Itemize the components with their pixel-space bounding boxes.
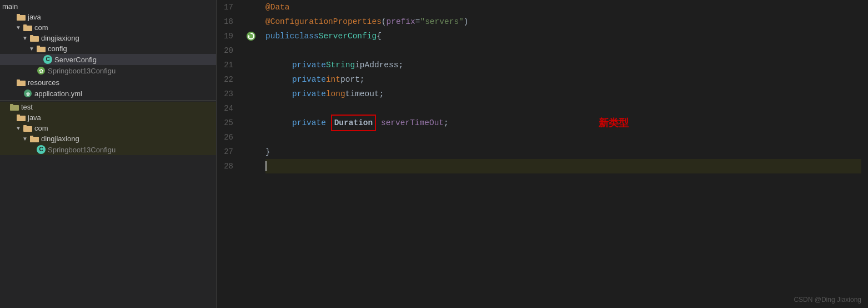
sidebar-item-test-java[interactable]: java: [0, 112, 216, 123]
folder-icon: [23, 125, 32, 132]
svg-rect-2: [17, 14, 20, 16]
code-editor: 17 18 19 20 21 22 23 24 25 26 27 28: [217, 0, 868, 308]
arrow-icon: [16, 125, 22, 132]
line-num-20: 20: [217, 43, 238, 58]
gutter-28: [243, 159, 259, 173]
sidebar-item-test[interactable]: test: [0, 102, 216, 112]
folder-icon: [17, 13, 26, 21]
svg-text:✿: ✿: [26, 92, 30, 97]
main-section-label: main: [0, 0, 216, 12]
svg-rect-4: [23, 24, 27, 26]
sidebar-item-label: ServerConfig: [54, 56, 97, 64]
folder-icon: [23, 24, 32, 31]
svg-rect-8: [37, 46, 40, 47]
folder-icon: [17, 79, 26, 86]
code-line-18: @ConfigurationProperties ( prefix = "ser…: [265, 14, 861, 29]
code-line-21: private String ipAddress;: [265, 58, 861, 72]
brace-close: }: [265, 145, 270, 159]
line-num-19: 19: [217, 29, 238, 43]
gutter-25: [243, 116, 259, 130]
sidebar-item-label: Springboot13Configu: [48, 146, 116, 154]
folder-icon: [17, 114, 26, 121]
gutter-20: [243, 43, 259, 58]
field-name: port;: [340, 72, 365, 87]
sidebar-item-label: config: [48, 44, 67, 53]
sidebar-item-label: java: [28, 113, 41, 122]
kw-class: class: [294, 29, 319, 43]
sidebar-item-config[interactable]: config: [0, 43, 216, 54]
cursor: [265, 161, 267, 171]
code-area: 17 18 19 20 21 22 23 24 25 26 27 28: [217, 0, 868, 308]
sidebar-item-resources[interactable]: resources: [0, 77, 216, 88]
svg-rect-5: [30, 36, 39, 42]
svg-rect-22: [30, 136, 33, 137]
sidebar-item-dingjiaxiong[interactable]: dingjiaxiong: [0, 33, 216, 43]
sidebar-item-application-yml[interactable]: ✿ application.yml: [0, 88, 216, 99]
code-content[interactable]: @Data @ConfigurationProperties ( prefix …: [259, 0, 861, 308]
gutter: [243, 0, 259, 308]
sidebar-item-label: application.yml: [34, 90, 82, 98]
folder-icon: [30, 34, 39, 42]
kw-private: private: [292, 58, 326, 72]
svg-rect-11: [17, 81, 26, 86]
brace-open: {: [377, 29, 382, 43]
space: [326, 116, 331, 130]
sidebar-item-com[interactable]: com: [0, 22, 216, 33]
line-num-21: 21: [217, 58, 238, 72]
gutter-26: [243, 130, 259, 145]
file-icon-c: C: [43, 55, 52, 64]
paren-open: (: [382, 14, 387, 29]
sidebar-item-java[interactable]: java: [0, 12, 216, 22]
duration-highlight: Duration: [331, 115, 377, 131]
sidebar-item-test-dingjiaxiong[interactable]: dingjiaxiong: [0, 133, 216, 144]
kw-private: private: [292, 116, 326, 130]
scrollbar[interactable]: [861, 0, 868, 308]
line-num-17: 17: [217, 0, 238, 14]
gutter-19: [243, 29, 259, 43]
sidebar-item-test-springboot13config[interactable]: C Springboot13Configu: [0, 144, 216, 155]
line-numbers: 17 18 19 20 21 22 23 24 25 26 27 28: [217, 0, 243, 308]
svg-rect-19: [23, 126, 32, 132]
code-line-17: @Data: [265, 0, 861, 14]
field-name: timeout;: [345, 87, 384, 101]
folder-icon: [10, 103, 19, 111]
sidebar-item-label: java: [28, 13, 41, 21]
sidebar-item-label: dingjiaxiong: [41, 34, 79, 42]
svg-rect-3: [23, 26, 32, 31]
arrow-icon: [29, 46, 36, 52]
arrow-icon: [22, 35, 29, 42]
code-line-20: [265, 43, 861, 58]
gutter-23: [243, 87, 259, 101]
folder-icon: [37, 45, 46, 52]
svg-rect-18: [17, 115, 20, 116]
line-num-25: 25: [217, 116, 238, 130]
semicolon: ;: [444, 116, 449, 130]
annotation-config-props: @ConfigurationProperties: [265, 14, 382, 29]
file-icon-c: C: [37, 145, 46, 154]
paren-close: ): [464, 14, 469, 29]
type-string: String: [326, 58, 355, 72]
arrow-icon: [16, 24, 22, 31]
folder-icon: [30, 135, 39, 142]
gutter-24: [243, 101, 259, 116]
arrow-icon: [22, 136, 29, 142]
type-int: int: [326, 72, 340, 87]
sidebar-item-label: Springboot13Configu: [48, 67, 116, 75]
sidebar-item-test-com[interactable]: com: [0, 123, 216, 133]
code-line-23: private long timeout;: [265, 87, 861, 101]
svg-rect-6: [30, 35, 33, 37]
annotation-data: @Data: [265, 0, 290, 14]
param-prefix: prefix: [387, 14, 415, 29]
svg-text:✿: ✿: [39, 68, 43, 74]
gutter-17: [243, 0, 259, 14]
code-line-27: }: [265, 145, 861, 159]
svg-rect-7: [37, 47, 46, 52]
svg-rect-17: [17, 116, 26, 121]
equals: =: [415, 14, 420, 29]
kw-private: private: [292, 87, 326, 101]
line-num-27: 27: [217, 145, 238, 159]
sidebar-item-serverconfig[interactable]: C ServerConfig: [0, 54, 216, 65]
code-line-19: public class ServerConfig {: [265, 29, 861, 43]
sidebar-item-springboot13config[interactable]: ✿ Springboot13Configu: [0, 65, 216, 76]
sidebar-item-label: com: [34, 124, 48, 132]
